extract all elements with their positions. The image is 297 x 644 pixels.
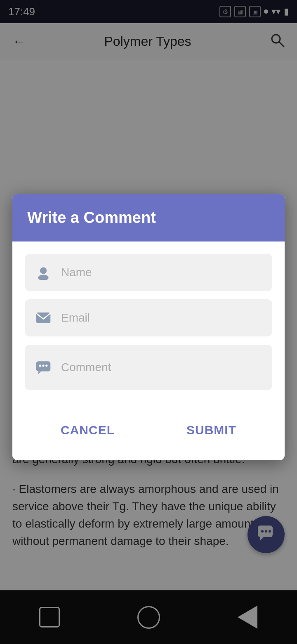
comment-field-container [25, 345, 272, 390]
submit-button[interactable]: SUBMIT [162, 415, 261, 445]
comment-input[interactable] [61, 361, 264, 374]
svg-rect-35 [36, 313, 51, 323]
svg-rect-40 [45, 365, 47, 367]
comment-icon [33, 357, 54, 378]
dialog-actions: CANCEL SUBMIT [12, 407, 285, 460]
cancel-button[interactable]: CANCEL [36, 415, 139, 445]
svg-point-34 [38, 275, 48, 280]
dialog-body [12, 242, 285, 407]
svg-rect-38 [39, 365, 41, 367]
comment-dialog: Write a Comment [12, 194, 285, 460]
person-icon [33, 262, 54, 283]
name-field-container [25, 254, 272, 291]
svg-rect-39 [42, 365, 44, 367]
email-input[interactable] [61, 311, 264, 324]
email-icon [33, 308, 54, 328]
dialog-header: Write a Comment [12, 194, 285, 242]
svg-point-33 [40, 267, 47, 274]
dialog-title: Write a Comment [27, 209, 156, 226]
name-input[interactable] [61, 266, 264, 279]
email-field-container [25, 299, 272, 336]
svg-marker-37 [38, 372, 41, 374]
